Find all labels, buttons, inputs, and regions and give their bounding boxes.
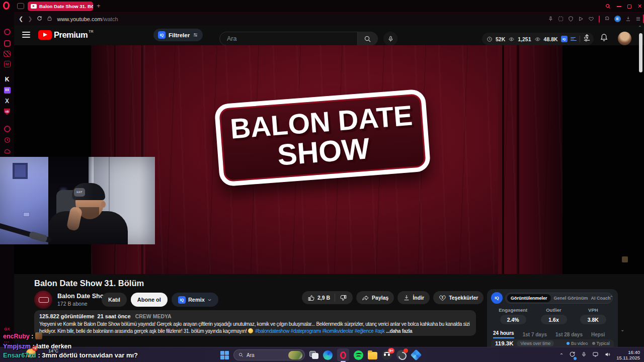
vidiq-metrics: Engagement2.4% Outlier1.6x VPH3.8K bbox=[487, 307, 618, 324]
webcam-overlay: HAT bbox=[0, 157, 155, 244]
twitch-icon[interactable] bbox=[3, 86, 11, 94]
upload-icon[interactable] bbox=[583, 33, 591, 44]
favorites-heart-icon[interactable] bbox=[588, 16, 594, 22]
engagement-value: 2.4% bbox=[500, 315, 526, 324]
tray-mic-icon[interactable] bbox=[581, 350, 587, 359]
tab-cycler-icon[interactable] bbox=[17, 3, 24, 9]
channel-name[interactable]: Balon Date Show bbox=[57, 293, 100, 300]
like-button[interactable]: 2,9 B bbox=[302, 294, 335, 302]
range-7d[interactable]: 1st 7 days bbox=[523, 332, 547, 337]
url-text[interactable]: www.youtube.com/watch bbox=[57, 16, 118, 22]
dislike-button[interactable] bbox=[335, 294, 353, 302]
range-24h[interactable]: 24 hours bbox=[493, 330, 514, 338]
chat-message: Ympjszm : latte derken bbox=[3, 343, 71, 350]
scrollbar-up-arrow[interactable]: ⌃ bbox=[638, 25, 642, 30]
hamburger-menu-icon[interactable] bbox=[22, 32, 30, 38]
opera-gx-logo[interactable] bbox=[3, 2, 10, 10]
extensions-icon[interactable] bbox=[604, 16, 610, 22]
snapshot-icon[interactable] bbox=[558, 16, 564, 22]
vidiq-tab-overview[interactable]: Genel Görünüm bbox=[554, 296, 588, 301]
hashtags[interactable]: #balondateshow #dateprogramı #komikvideo… bbox=[255, 328, 384, 334]
start-button[interactable] bbox=[220, 351, 229, 359]
subscribe-button[interactable]: Abone ol bbox=[131, 293, 168, 307]
channel-row: Balon Date Show 172 B abone Katıl Abone … bbox=[34, 291, 218, 309]
gx-corner-label[interactable]: GX bbox=[4, 327, 10, 331]
join-button[interactable]: Katıl bbox=[102, 293, 127, 307]
vidiq-logo[interactable]: IQ bbox=[491, 292, 503, 304]
task-view-button[interactable] bbox=[309, 351, 318, 359]
shield-icon[interactable] bbox=[568, 16, 574, 22]
cloud-icon[interactable] bbox=[3, 147, 11, 155]
sidebar-player-icon[interactable] bbox=[578, 16, 584, 22]
opera-gx-taskbar-icon[interactable] bbox=[337, 348, 349, 361]
history-clock-icon[interactable] bbox=[3, 136, 11, 144]
kick-icon[interactable]: K bbox=[3, 75, 11, 83]
speed-dial-icon[interactable] bbox=[3, 28, 11, 36]
browser-search-icon[interactable] bbox=[605, 4, 611, 9]
edge-icon[interactable] bbox=[323, 350, 333, 360]
gx-corner-icon[interactable] bbox=[3, 39, 11, 47]
file-explorer-icon[interactable] bbox=[368, 352, 377, 359]
vidiq-statsbar[interactable]: 52K 1,251 48.8K IQ bbox=[482, 33, 594, 45]
spotify-icon[interactable] bbox=[354, 350, 363, 360]
gx-mods-icon[interactable] bbox=[3, 50, 11, 58]
pin-icon[interactable] bbox=[548, 16, 553, 22]
x-twitter-icon[interactable]: X bbox=[3, 97, 11, 105]
volume-icon[interactable] bbox=[604, 350, 611, 359]
vidiq-mini-icon: IQ bbox=[561, 36, 568, 42]
scroll-down-chevron[interactable]: ⌄ bbox=[620, 327, 624, 332]
reload-button[interactable] bbox=[37, 16, 42, 22]
show-more-link[interactable]: ...daha fazla bbox=[386, 328, 412, 334]
downloads-icon[interactable] bbox=[625, 16, 631, 22]
vidiq-tab-aicoach[interactable]: AI Coach bbox=[591, 296, 611, 301]
collapse-chevron-icon[interactable]: ⌃ bbox=[609, 295, 613, 300]
channel-avatar[interactable] bbox=[34, 291, 52, 309]
notifications-bell-icon[interactable] bbox=[600, 33, 608, 44]
search-input[interactable]: Ara bbox=[219, 32, 378, 46]
sync-icon[interactable] bbox=[569, 350, 576, 359]
clock-widget[interactable]: 16:40 15.11.2025 bbox=[616, 349, 640, 360]
download-button[interactable]: İndir bbox=[397, 291, 430, 304]
youtube-premium-logo[interactable]: Premium TR bbox=[38, 30, 93, 40]
taskbar-search[interactable]: Ara bbox=[233, 349, 305, 360]
vidiq-remix-button[interactable]: IQ Remix bbox=[172, 293, 218, 307]
share-button[interactable]: Paylaş bbox=[356, 291, 394, 304]
vidiq-tab-views[interactable]: Görüntülenmeler bbox=[507, 294, 551, 302]
shield-ud-icon[interactable]: UD bbox=[3, 108, 11, 116]
profile-avatar[interactable] bbox=[618, 32, 631, 45]
browser-toolbar: ❮ ❯ www.youtube.com/watch E bbox=[14, 13, 644, 25]
app-icon[interactable] bbox=[411, 349, 422, 361]
views-eye-icon bbox=[508, 36, 515, 42]
minimize-button[interactable] bbox=[617, 6, 621, 7]
discord-icon[interactable]: 9+ bbox=[382, 350, 392, 360]
search-highlight-image bbox=[288, 351, 302, 359]
profile-extension-badge[interactable]: E bbox=[614, 16, 621, 22]
close-button[interactable]: ✕ bbox=[637, 3, 642, 10]
range-28d[interactable]: 1st 28 days bbox=[555, 332, 583, 337]
voice-search-button[interactable] bbox=[383, 32, 397, 46]
site-info-icon[interactable] bbox=[47, 16, 52, 22]
tray-chevron-icon[interactable]: ⌃ bbox=[559, 352, 564, 358]
video-description[interactable]: 125.822 görüntüleme 21 saat önce CREW ME… bbox=[34, 310, 476, 336]
taskbar-search-placeholder: Ara bbox=[247, 352, 285, 358]
vidiq-filters-button[interactable]: IQ Filtreler bbox=[153, 29, 203, 41]
menu-icon[interactable] bbox=[635, 16, 641, 22]
scrollbar-thumb[interactable] bbox=[639, 33, 642, 72]
player-circle-icon[interactable] bbox=[3, 125, 11, 133]
vidiq-icon: IQ bbox=[158, 31, 166, 39]
new-tab-button[interactable]: + bbox=[97, 2, 101, 10]
svg-text:$: $ bbox=[442, 296, 443, 299]
thanks-button[interactable]: $ Teşekkürler bbox=[433, 291, 484, 304]
range-all[interactable]: Hepsi bbox=[591, 332, 605, 337]
views-caption[interactable]: Views over time bbox=[517, 340, 554, 346]
forward-button[interactable]: ❯ bbox=[28, 16, 32, 22]
maximize-button[interactable] bbox=[627, 5, 631, 9]
search-placeholder: Ara bbox=[227, 35, 357, 42]
back-button[interactable]: ❮ bbox=[19, 16, 23, 22]
browser-tab-active[interactable]: Balon Date Show 31. Bölü bbox=[28, 2, 93, 11]
obs-icon[interactable] bbox=[396, 350, 407, 360]
search-button[interactable] bbox=[357, 32, 377, 46]
display-cast-icon[interactable] bbox=[592, 350, 599, 359]
youtube-play-icon bbox=[38, 30, 52, 40]
bookmark-m-icon[interactable]: M bbox=[3, 60, 11, 68]
